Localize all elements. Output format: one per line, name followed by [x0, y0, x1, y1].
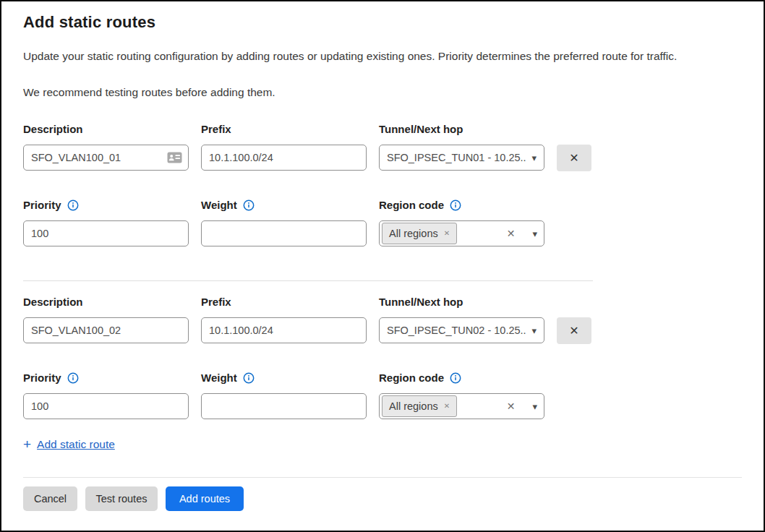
region-code-label: Region code: [379, 372, 444, 385]
clear-selection-icon[interactable]: ✕: [507, 401, 516, 411]
route-2-tunnel-selected-value: SFO_IPSEC_TUN02 - 10.25...: [387, 325, 526, 336]
route-1-tunnel-select[interactable]: SFO_IPSEC_TUN01 - 10.25... ▾: [379, 145, 544, 171]
info-icon[interactable]: [450, 372, 461, 384]
route-1-prefix-input[interactable]: [201, 145, 367, 171]
route-1-tunnel-selected-value: SFO_IPSEC_TUN01 - 10.25...: [387, 152, 526, 163]
dialog-note-text: We recommend testing routes before addin…: [23, 85, 742, 100]
route-1-prefix-field: Prefix: [201, 123, 367, 171]
add-static-route-row: + Add static route: [23, 437, 742, 451]
route-2-delete-button[interactable]: ✕: [557, 317, 591, 344]
route-2-prefix-field: Prefix: [201, 296, 367, 343]
description-label: Description: [23, 123, 189, 136]
region-tag-label: All regions: [389, 400, 438, 412]
priority-label: Priority: [23, 199, 61, 212]
route-1-description-field: Description: [23, 123, 189, 171]
route-1-region-multiselect[interactable]: All regions ✕ ✕ ▾: [379, 220, 544, 246]
route-1-tunnel-field: Tunnel/Next hop SFO_IPSEC_TUN01 - 10.25.…: [379, 123, 544, 171]
route-2-description-field: Description: [23, 296, 189, 343]
route-2-prefix-input[interactable]: [201, 317, 367, 343]
route-1-main-row: Description Prefix Tunnel/Next: [23, 123, 742, 171]
chevron-down-icon: ▾: [532, 229, 537, 239]
info-icon[interactable]: [243, 372, 255, 384]
region-code-label: Region code: [379, 199, 444, 212]
route-2-region-multiselect[interactable]: All regions ✕ ✕ ▾: [379, 393, 544, 419]
route-2-weight-input[interactable]: [201, 393, 367, 419]
info-icon[interactable]: [67, 200, 79, 211]
route-1-description-input[interactable]: [23, 145, 189, 171]
cancel-button[interactable]: Cancel: [23, 486, 77, 511]
tag-remove-icon[interactable]: ✕: [444, 230, 450, 237]
route-2-tunnel-select[interactable]: SFO_IPSEC_TUN02 - 10.25... ▾: [379, 317, 544, 343]
chevron-down-icon: ▾: [531, 153, 537, 163]
clear-selection-icon[interactable]: ✕: [507, 228, 516, 239]
tag-remove-icon[interactable]: ✕: [444, 403, 450, 410]
route-2-tunnel-field: Tunnel/Next hop SFO_IPSEC_TUN02 - 10.25.…: [379, 296, 544, 343]
priority-label: Priority: [23, 372, 61, 385]
info-icon[interactable]: [67, 372, 79, 384]
dialog-intro-text: Update your static routing configuration…: [23, 49, 742, 64]
weight-label: Weight: [201, 199, 237, 212]
footer-buttons: Cancel Test routes Add routes: [23, 486, 742, 511]
route-1-priority-field: Priority: [23, 199, 189, 246]
route-1-region-field: Region code All regions ✕ ✕ ▾: [379, 199, 544, 246]
close-icon: ✕: [569, 151, 578, 165]
route-2-region-field: Region code All regions ✕ ✕ ▾: [379, 372, 544, 419]
route-2-secondary-row: Priority Weight: [23, 372, 742, 419]
close-icon: ✕: [569, 324, 578, 338]
add-static-route-link[interactable]: Add static route: [37, 438, 115, 451]
route-1-delete-button[interactable]: ✕: [557, 145, 591, 171]
chevron-down-icon: ▾: [531, 326, 537, 335]
test-routes-button[interactable]: Test routes: [85, 486, 158, 511]
tunnel-next-hop-label: Tunnel/Next hop: [379, 296, 544, 309]
info-icon[interactable]: [450, 200, 461, 211]
weight-label: Weight: [201, 372, 237, 385]
chevron-down-icon: ▾: [532, 402, 537, 411]
region-tag: All regions ✕: [382, 395, 457, 417]
tunnel-next-hop-label: Tunnel/Next hop: [379, 123, 544, 136]
dialog-title: Add static routes: [23, 13, 742, 32]
region-tag: All regions ✕: [382, 223, 457, 244]
route-1-weight-field: Weight: [201, 199, 367, 246]
route-2-weight-field: Weight: [201, 372, 367, 419]
plus-icon: +: [23, 437, 31, 451]
footer-divider: [23, 477, 742, 478]
route-divider: [23, 280, 593, 281]
route-2-description-input[interactable]: [23, 317, 189, 343]
prefix-label: Prefix: [201, 296, 367, 309]
region-tag-label: All regions: [389, 228, 438, 239]
add-routes-button[interactable]: Add routes: [166, 486, 244, 511]
add-static-routes-dialog: Add static routes Update your static rou…: [1, 13, 764, 511]
description-label: Description: [23, 296, 189, 309]
route-1-weight-input[interactable]: [201, 220, 367, 246]
info-icon[interactable]: [243, 200, 255, 211]
route-2-priority-field: Priority: [23, 372, 189, 419]
route-2-main-row: Description Prefix Tunnel/Next hop SFO_I…: [23, 296, 742, 344]
route-1-description-input-wrap: [23, 145, 189, 171]
route-1-secondary-row: Priority Weight: [23, 199, 742, 246]
contact-card-icon: [167, 152, 182, 163]
prefix-label: Prefix: [201, 123, 367, 136]
route-1-priority-input[interactable]: [23, 220, 189, 246]
route-2-priority-input[interactable]: [23, 393, 189, 419]
